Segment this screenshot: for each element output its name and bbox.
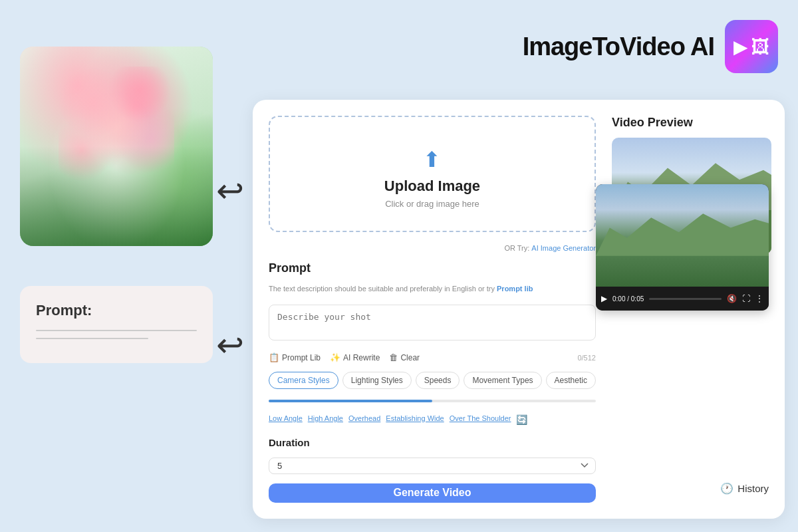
history-icon: 🕐 [720, 482, 733, 495]
upload-area[interactable]: ⬆ Upload Image Click or drag image here [269, 116, 596, 232]
main-panel: ⬆ Upload Image Click or drag image here … [253, 100, 785, 519]
prompt-tools: 📋 Prompt Lib ✨ AI Rewrite 🗑 Clear 0/512 [269, 352, 596, 362]
prompt-line-2 [36, 338, 148, 339]
left-prompt-box: Prompt: [20, 286, 213, 363]
or-try: OR Try: AI Image Generator [269, 244, 596, 252]
tab-camera-styles[interactable]: Camera Styles [269, 372, 338, 389]
style-scroll-bar [269, 400, 596, 402]
style-tabs: Camera Styles Lighting Styles Speeds Mov… [269, 372, 596, 389]
prompt-line-1 [36, 330, 197, 331]
clear-icon: 🗑 [389, 352, 398, 362]
arrow-upload: ↪ [216, 172, 244, 210]
flower-image [20, 47, 213, 246]
history-button[interactable]: 🕐 History [720, 482, 769, 495]
tab-movement-types[interactable]: Movement Types [464, 372, 541, 389]
style-scroll-thumb [269, 400, 432, 402]
duration-label: Duration [269, 437, 596, 448]
prompt-section-title: Prompt [269, 261, 596, 275]
upload-icon: ⬆ [423, 147, 441, 172]
char-count: 0/512 [577, 354, 596, 362]
style-option-high-angle[interactable]: High Angle [308, 414, 343, 425]
style-option-establishing-wide[interactable]: Establishing Wide [386, 414, 444, 425]
style-option-overhead[interactable]: Overhead [348, 414, 380, 425]
prompt-lib-button[interactable]: 📋 Prompt Lib [269, 352, 321, 362]
image-icon: 🖼 [751, 36, 769, 58]
app-title: ImageToVideo AI [523, 33, 714, 61]
style-option-over-the-shoulder[interactable]: Over The Shoulder [450, 414, 511, 425]
prompt-lib-icon: 📋 [269, 352, 279, 362]
refresh-button[interactable]: 🔄 [516, 414, 527, 425]
play-button[interactable]: ▶ [601, 294, 607, 303]
prompt-textarea[interactable] [269, 305, 596, 340]
prompt-label: Prompt: [36, 302, 197, 319]
generate-video-button[interactable]: Generate Video [269, 483, 596, 503]
video-preview-title: Video Preview [612, 116, 769, 130]
style-option-low-angle[interactable]: Low Angle [269, 414, 303, 425]
play-icon: ▶ [733, 36, 748, 58]
fullscreen-icon[interactable]: ⛶ [742, 294, 750, 303]
panel-left: ⬆ Upload Image Click or drag image here … [269, 116, 596, 503]
prompt-hint: The text description should be suitable … [269, 285, 596, 293]
video-time: 0:00 / 0:05 [612, 295, 644, 303]
video-frame [596, 184, 769, 287]
more-options-icon[interactable]: ⋮ [755, 294, 763, 303]
ai-rewrite-button[interactable]: ✨ AI Rewrite [330, 352, 380, 362]
tab-speeds[interactable]: Speeds [416, 372, 460, 389]
app-logo: ▶ 🖼 [725, 20, 778, 73]
tab-aesthetic[interactable]: Aesthetic [546, 372, 596, 389]
video-progress-bar[interactable] [649, 298, 722, 300]
arrow-prompt: ↪ [216, 326, 244, 364]
clear-button[interactable]: 🗑 Clear [389, 352, 420, 362]
header: ImageToVideo AI ▶ 🖼 [523, 20, 778, 73]
panel-right: Video Preview ▶ 0:00 / 0:05 🔇 ⛶ ⋮ [612, 116, 769, 503]
video-stacked: ▶ 0:00 / 0:05 🔇 ⛶ ⋮ [612, 138, 769, 311]
tab-lighting-styles[interactable]: Lighting Styles [342, 372, 412, 389]
video-controls: ▶ 0:00 / 0:05 🔇 ⛶ ⋮ [596, 287, 769, 311]
duration-select[interactable]: 3 5 8 10 [269, 458, 596, 474]
upload-subtitle: Click or drag image here [385, 199, 479, 209]
video-player[interactable]: ▶ 0:00 / 0:05 🔇 ⛶ ⋮ [596, 184, 769, 311]
prompt-lib-link[interactable]: Prompt lib [497, 285, 533, 293]
ai-image-generator-link[interactable]: AI Image Generator [531, 244, 596, 252]
ai-rewrite-icon: ✨ [330, 352, 340, 362]
volume-icon[interactable]: 🔇 [727, 294, 737, 303]
style-options: Low Angle High Angle Overhead Establishi… [269, 414, 596, 425]
upload-title: Upload Image [384, 178, 480, 195]
